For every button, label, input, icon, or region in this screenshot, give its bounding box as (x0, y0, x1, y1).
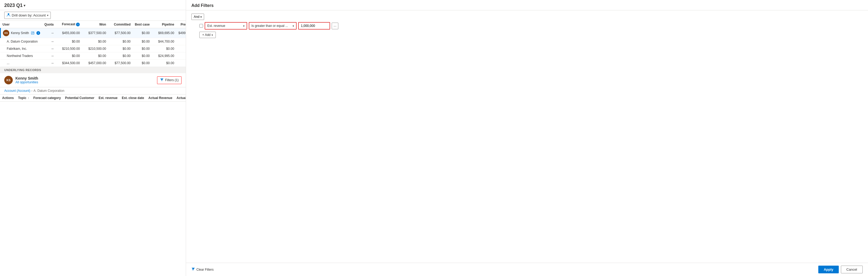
col-actual-close-date: Actual Close D (174, 94, 186, 102)
user-cell: KS Kenny Smith i (1, 28, 42, 38)
add-row: + Add ▾ (199, 32, 863, 38)
filter-operator-label: Is greater than or equal ... (251, 24, 288, 28)
breadcrumb-current: A. Datum Corporation (33, 89, 64, 93)
records-header: KS Kenny Smith All opportunities Filters… (0, 73, 186, 87)
drill-down-button[interactable]: Drill down by: Account ▾ (4, 12, 51, 19)
user-info: Kenny Smith All opportunities (16, 76, 38, 84)
drill-down-bar: Drill down by: Account ▾ (0, 10, 186, 21)
clear-filters-button[interactable]: Clear Filters (191, 267, 214, 272)
col-committed: Committed (108, 21, 133, 28)
filter-panel-header: Add Filters (186, 0, 868, 10)
user-cell: A. Datum Corporation (1, 38, 42, 45)
table-row: A. Datum Corporation -- $0.00 $0.00 $0.0… (1, 38, 186, 45)
records-table: Actions Topic ↑ Forecast category Potent… (0, 94, 186, 102)
user-avatar-large: KS (4, 76, 13, 84)
forecast-cell: $455,000.00 (56, 28, 82, 38)
person-icon (7, 13, 10, 18)
filter-op-chevron-icon: ▾ (292, 25, 294, 27)
prediction-cell: $499,013.25 (176, 28, 186, 38)
table-row: ... -- $344,500.00 $457,000.00 $77,500.0… (1, 60, 186, 67)
forecast-section: User Quota Forecast i Won Committed Best… (0, 21, 186, 67)
col-best-case: Best case (133, 21, 152, 28)
and-chevron-icon: ▾ (200, 16, 202, 18)
col-pipeline: Pipeline (152, 21, 176, 28)
won-cell: $377,500.00 (82, 28, 108, 38)
user-cell: Fabrikam, Inc. (1, 45, 42, 52)
year-chevron-icon: ▾ (24, 4, 25, 7)
and-dropdown[interactable]: And ▾ (191, 13, 204, 20)
filter-field-chevron-icon: ▾ (243, 25, 245, 27)
pipeline-cell: $69,695.00 (152, 28, 176, 38)
clear-filter-icon (191, 267, 195, 272)
add-filter-button[interactable]: + Add ▾ (199, 32, 216, 38)
clear-filters-label: Clear Filters (196, 268, 214, 272)
filter-more-button[interactable]: ··· (332, 23, 338, 29)
col-quota: Quota (42, 21, 56, 28)
cancel-button[interactable]: Cancel (841, 266, 863, 273)
breadcrumb-account-link[interactable]: Account (Account) (4, 89, 30, 93)
user-name: Kenny Smith (11, 31, 29, 35)
col-topic: Topic ↑ (16, 94, 31, 102)
col-actions: Actions (0, 94, 16, 102)
records-table-container: Actions Topic ↑ Forecast category Potent… (0, 94, 186, 102)
apply-button[interactable]: Apply (818, 266, 838, 273)
section-label: UNDERLYING RECORDS (0, 67, 186, 73)
col-user: User (1, 21, 42, 28)
filter-value-input[interactable] (298, 22, 330, 30)
forecast-table: User Quota Forecast i Won Committed Best… (0, 21, 186, 67)
filters-button[interactable]: Filters (1) (157, 76, 182, 84)
filter-field-label: Est. revenue (207, 24, 225, 28)
user-subtitle: All opportunities (16, 80, 38, 84)
filter-panel-body: And ▾ Est. revenue ▾ Is greater than or … (186, 10, 868, 263)
add-chevron-icon: ▾ (212, 33, 213, 36)
forecast-info-icon: i (76, 23, 80, 26)
col-forecast-category: Forecast category (31, 94, 63, 102)
avatar: KS (3, 30, 9, 36)
svg-point-0 (8, 13, 9, 15)
add-filter-label: + Add (202, 33, 211, 37)
navigate-icon[interactable] (31, 31, 35, 35)
user-name: Kenny Smith (16, 76, 38, 80)
left-panel: 2023 Q1 ▾ Drill down by: Account ▾ User … (0, 0, 186, 276)
drill-down-chevron-icon: ▾ (47, 14, 49, 17)
col-est-revenue: Est. revenue (96, 94, 120, 102)
table-row: Fabrikam, Inc. -- $210,500.00 $210,500.0… (1, 45, 186, 52)
quota-cell: -- (42, 28, 56, 38)
col-forecast: Forecast i (56, 21, 82, 28)
user-cell: Northwind Traders (1, 52, 42, 60)
committed-cell: $77,500.00 (108, 28, 133, 38)
filter-panel-title: Add Filters (191, 3, 863, 8)
top-header: 2023 Q1 ▾ (0, 0, 186, 10)
filter-row: Est. revenue ▾ Is greater than or equal … (199, 22, 863, 30)
table-row: KS Kenny Smith i -- $455,0 (1, 28, 186, 38)
col-potential-customer: Potential Customer (63, 94, 96, 102)
breadcrumb-separator: › (31, 89, 32, 93)
filters-label: Filters (1) (165, 78, 179, 82)
best-case-cell: $0.00 (133, 28, 152, 38)
filter-icon (160, 78, 164, 83)
filter-field-select[interactable]: Est. revenue ▾ (205, 22, 247, 30)
table-row: Northwind Traders -- $0.00 $0.00 $0.00 $… (1, 52, 186, 60)
year-selector[interactable]: 2023 Q1 ▾ (4, 3, 25, 8)
filter-operator-select[interactable]: Is greater than or equal ... ▾ (249, 22, 297, 30)
filter-checkbox[interactable] (199, 24, 203, 28)
col-prediction: Prediction (176, 21, 186, 28)
records-user: KS Kenny Smith All opportunities (4, 76, 38, 84)
col-actual-revenue: Actual Revenue (146, 94, 174, 102)
col-won: Won (82, 21, 108, 28)
underlying-section: KS Kenny Smith All opportunities Filters… (0, 73, 186, 276)
and-label: And (194, 15, 199, 19)
sort-icon: ↑ (28, 96, 29, 100)
and-row: And ▾ (191, 13, 863, 20)
footer-actions: Apply Cancel (818, 266, 863, 273)
drill-down-label: Drill down by: Account (12, 13, 46, 17)
filter-panel: Add Filters And ▾ Est. revenue ▾ Is grea… (186, 0, 868, 276)
filter-panel-footer: Clear Filters Apply Cancel (186, 263, 868, 276)
breadcrumb: Account (Account) › A. Datum Corporation (0, 87, 186, 94)
user-info-icon: i (36, 31, 40, 35)
col-est-close-date: Est. close date (120, 94, 146, 102)
user-cell: ... (1, 60, 42, 67)
year-label: 2023 Q1 (4, 3, 23, 8)
